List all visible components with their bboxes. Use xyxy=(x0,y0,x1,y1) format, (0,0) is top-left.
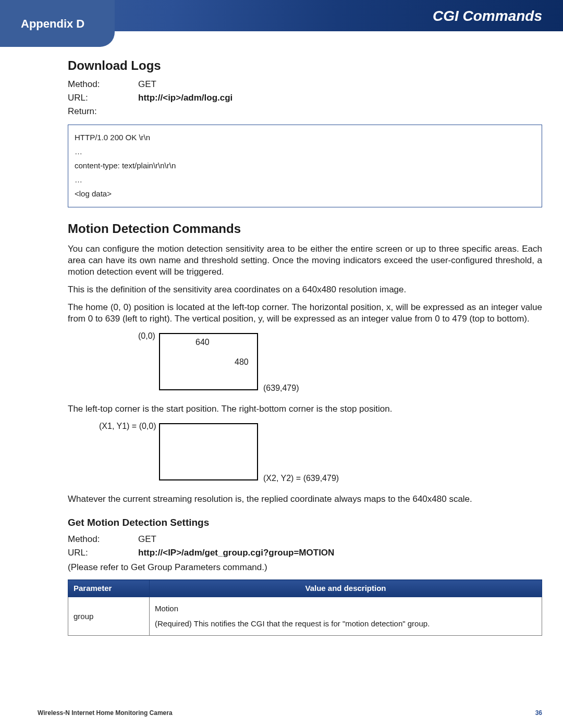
paragraph-motion-1: You can configure the motion detection s… xyxy=(68,243,542,278)
diagram1-width-label: 640 xyxy=(195,337,210,348)
label-method-2: Method: xyxy=(68,534,138,545)
row-method-2: Method: GET xyxy=(68,534,542,545)
code-box-return: HTTP/1.0 200 OK \r\n … content-type: tex… xyxy=(68,125,542,207)
value-url: http://<ip>/adm/log.cgi xyxy=(138,92,542,104)
header-title: CGI Commands xyxy=(433,8,542,24)
diagram1-top-left-label: (0,0) xyxy=(138,331,155,342)
cell-value-line1: Motion xyxy=(155,603,536,614)
paragraph-motion-2: This is the definition of the sensitivit… xyxy=(68,284,542,295)
table-header-value: Value and description xyxy=(150,580,542,597)
row-url: URL: http://<ip>/adm/log.cgi xyxy=(68,92,542,104)
page: CGI Commands Appendix D Download Logs Me… xyxy=(0,0,563,728)
paragraph-motion-3: The home (0, 0) position is located at t… xyxy=(68,302,542,325)
code-line: HTTP/1.0 200 OK \r\n xyxy=(75,130,535,144)
code-line: content-type: text/plain\r\n\r\n xyxy=(75,158,535,172)
value-method-2: GET xyxy=(138,534,542,545)
footer: Wireless-N Internet Home Monitoring Came… xyxy=(38,709,542,717)
diagram2-box xyxy=(159,423,258,480)
label-method: Method: xyxy=(68,79,138,90)
code-line: … xyxy=(75,144,535,158)
heading-download-logs: Download Logs xyxy=(68,57,542,73)
value-return xyxy=(138,106,542,117)
diagram1-bottom-right-label: (639,479) xyxy=(263,383,299,394)
coordinate-diagram-1: (0,0) 640 480 (639,479) xyxy=(68,331,542,401)
label-url: URL: xyxy=(68,92,138,104)
row-method: Method: GET xyxy=(68,79,542,90)
appendix-tab: Appendix D xyxy=(0,0,115,47)
row-url-2: URL: http://<IP>/adm/get_group.cgi?group… xyxy=(68,547,542,559)
appendix-label: Appendix D xyxy=(21,17,84,31)
code-line: <log data> xyxy=(75,187,535,201)
cell-value: Motion (Required) This notifies the CGI … xyxy=(150,597,542,635)
paragraph-motion-5: Whatever the current streaming resolutio… xyxy=(68,493,542,505)
diagram2-top-left-label: (X1, Y1) = (0,0) xyxy=(99,421,156,432)
value-url-2: http://<IP>/adm/get_group.cgi?group=MOTI… xyxy=(138,547,542,559)
cell-value-line2: (Required) This notifies the CGI that th… xyxy=(155,619,536,629)
paragraph-motion-4: The left-top corner is the start positio… xyxy=(68,403,542,415)
coordinate-diagram-2: (X1, Y1) = (0,0) (X2, Y2) = (639,479) xyxy=(68,421,542,491)
value-method: GET xyxy=(138,79,542,90)
row-return: Return: xyxy=(68,106,542,117)
heading-motion-detection: Motion Detection Commands xyxy=(68,220,542,237)
table-row: group Motion (Required) This notifies th… xyxy=(68,597,542,635)
cell-param: group xyxy=(68,597,150,635)
parameter-table: Parameter Value and description group Mo… xyxy=(68,579,542,636)
code-line: … xyxy=(75,172,535,187)
table-header-row: Parameter Value and description xyxy=(68,580,542,597)
diagram2-bottom-right-label: (X2, Y2) = (639,479) xyxy=(263,473,339,484)
note-get-group: (Please refer to Get Group Parameters co… xyxy=(68,562,542,573)
label-return: Return: xyxy=(68,106,138,117)
footer-product: Wireless-N Internet Home Monitoring Came… xyxy=(38,709,173,717)
table-header-parameter: Parameter xyxy=(68,580,150,597)
content-area: Download Logs Method: GET URL: http://<i… xyxy=(0,31,563,636)
heading-get-motion-settings: Get Motion Detection Settings xyxy=(68,516,542,529)
footer-page-number: 36 xyxy=(535,709,542,717)
label-url-2: URL: xyxy=(68,547,138,559)
diagram1-height-label: 480 xyxy=(235,357,249,368)
